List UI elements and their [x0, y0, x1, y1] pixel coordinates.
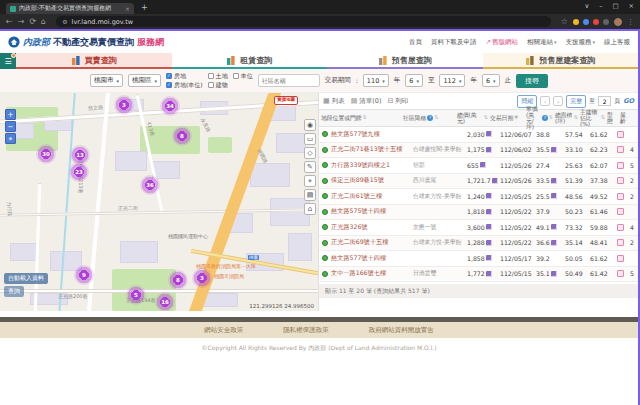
forward-button[interactable]: → — [18, 18, 25, 26]
sort-icon[interactable]: ⇅ — [363, 115, 367, 120]
close-button[interactable]: × — [629, 2, 634, 10]
help-icon[interactable]: ? — [427, 115, 433, 121]
view-list-button[interactable]: ▦列表 — [323, 97, 345, 106]
price-trend-icon[interactable] — [486, 131, 492, 137]
price-trend-icon[interactable] — [480, 162, 486, 168]
sort-icon[interactable]: ⇅ — [549, 115, 553, 120]
nav-item-資料下載及申請[interactable]: 資料下載及申請 — [431, 38, 477, 47]
city-select[interactable]: 桃園市▾ — [90, 74, 123, 87]
price-trend-icon[interactable] — [486, 147, 492, 153]
map-locate-icon[interactable] — [322, 131, 328, 137]
zoom-out-button[interactable]: − — [5, 121, 16, 132]
map-locate-icon[interactable] — [322, 255, 328, 261]
building-type-icon[interactable] — [617, 162, 624, 169]
address-link[interactable]: 正光二街69號十五樓 — [330, 238, 412, 247]
to-month-select[interactable]: 6▾ — [482, 74, 500, 87]
map-locate-icon[interactable] — [322, 178, 328, 184]
map-locate-icon[interactable] — [322, 240, 328, 246]
nav-item-支援服務[interactable]: 支援服務▾ — [565, 38, 595, 47]
price-trend-icon[interactable] — [551, 147, 557, 153]
table-row[interactable]: 慈文路575號十四樓1,818112/05/2237.950.2361.46 — [319, 205, 638, 221]
table-row[interactable]: 力行路339號四樓之1領郡655112/05/2627.425.6362.075 — [319, 158, 638, 174]
back-button[interactable]: ← — [6, 18, 13, 26]
go-button[interactable]: GO — [623, 97, 634, 105]
price-trend-icon[interactable] — [486, 271, 492, 277]
address-link[interactable]: 慈文路577號十四樓 — [330, 254, 412, 263]
price-trend-icon[interactable] — [492, 178, 498, 184]
checkbox-房地(車位)[interactable]: ✓房地(車位) — [166, 81, 203, 89]
extension-icon[interactable] — [583, 19, 589, 25]
nav-item-首頁[interactable]: 首頁 — [409, 38, 422, 47]
cluster-marker[interactable]: 9 — [74, 265, 94, 285]
address-link[interactable]: 慈文路575號十四樓 — [330, 207, 412, 216]
column-header-主建物佔比(%)[interactable]: 主建物佔比(%)⇅ — [579, 109, 606, 127]
map-tool-locate-icon[interactable]: ◉ — [304, 119, 316, 131]
building-type-icon[interactable] — [617, 255, 624, 262]
tab-租賃查詢[interactable]: 租賃查詢 — [172, 53, 328, 69]
address-link[interactable]: 保定三街89巷15號 — [330, 176, 412, 185]
building-type-icon[interactable] — [617, 270, 624, 277]
tab-預售屋查詢[interactable]: 預售屋查詢 — [327, 53, 483, 69]
building-type-icon[interactable] — [617, 193, 624, 200]
building-type-icon[interactable] — [617, 131, 624, 138]
map-canvas[interactable]: + − ⌖ 實價地圖 ◉▭◇✎⌖▤⌂ 自動載入資料 查詢 121.299126 … — [0, 93, 318, 311]
site-info-icon[interactable]: ⚙ — [62, 18, 67, 25]
maximize-button[interactable]: □ — [612, 2, 618, 10]
cluster-marker[interactable]: 30 — [36, 144, 56, 164]
checkbox-box[interactable]: ✓ — [166, 82, 172, 88]
map-locate-icon[interactable] — [322, 147, 328, 153]
price-trend-icon[interactable] — [551, 240, 557, 246]
extension-icon[interactable] — [593, 19, 599, 25]
table-row[interactable]: 文中一路166號七樓日僑雲璽1,772112/05/1535.150.4961.… — [319, 267, 638, 283]
extension-icon[interactable] — [573, 19, 579, 25]
map-locate-icon[interactable] — [322, 209, 328, 215]
address-link[interactable]: 慈文路577號九樓 — [330, 130, 412, 139]
table-row[interactable]: 正光二街71巷13號十五樓合雄慶悅閣-美學館1,175112/06/0235.5… — [319, 143, 638, 159]
zoom-in-button[interactable]: + — [5, 109, 16, 120]
map-locate-icon[interactable] — [322, 224, 328, 230]
price-trend-icon[interactable] — [486, 255, 492, 261]
community-name-input[interactable] — [258, 74, 320, 87]
prev-page-button[interactable]: ‹ — [540, 96, 550, 106]
price-trend-icon[interactable] — [486, 224, 492, 230]
next-page-button[interactable]: › — [553, 96, 563, 106]
checkbox-box[interactable] — [208, 82, 214, 88]
print-button[interactable]: ⊟列印 — [387, 97, 408, 106]
cluster-marker[interactable]: 3 — [114, 95, 134, 115]
browser-menu-icon[interactable]: ⋮ — [627, 18, 634, 26]
table-row[interactable]: 保定三街89巷15號西川鳶尾1,721.7112/05/2633.551.393… — [319, 174, 638, 190]
sort-icon[interactable]: ⇅ — [434, 115, 438, 120]
tab-close-icon[interactable]: × — [125, 5, 130, 12]
footer-link-網站安全政策[interactable]: 網站安全政策 — [204, 326, 243, 335]
map-locate-icon[interactable] — [322, 193, 328, 199]
map-query-button[interactable]: 查詢 — [4, 286, 24, 297]
checkbox-建物[interactable]: 建物 — [208, 81, 228, 89]
price-trend-icon[interactable] — [551, 178, 557, 184]
checkbox-box[interactable]: ✓ — [166, 73, 172, 79]
nav-item-舊版網站[interactable]: ↗舊版網站 — [486, 38, 518, 47]
map-tool-polygon-select-icon[interactable]: ◇ — [304, 147, 316, 159]
sort-icon[interactable]: ⇅ — [484, 115, 488, 120]
building-type-icon[interactable] — [617, 239, 624, 246]
side-menu-button[interactable]: ☰ — [0, 53, 16, 69]
price-trend-icon[interactable] — [551, 224, 557, 230]
nav-item-相關連結[interactable]: 相關連結▾ — [527, 38, 557, 47]
browser-tab[interactable]: 內政部:不動產交易實價查詢服務網 × — [6, 3, 134, 14]
district-select[interactable]: 桃園區▾ — [128, 74, 161, 87]
search-button[interactable]: 搜尋 — [516, 74, 548, 88]
building-type-icon[interactable] — [617, 224, 624, 231]
sort-icon[interactable]: ⇅ — [601, 115, 605, 120]
new-tab-button[interactable]: + — [141, 3, 148, 12]
map-tool-draw-icon[interactable]: ✎ — [304, 161, 316, 173]
bookmark-star-icon[interactable]: ☆ — [561, 18, 568, 26]
sort-desc-icon[interactable]: ▼ — [514, 115, 518, 120]
profile-avatar[interactable] — [614, 18, 622, 26]
cluster-marker[interactable]: 3 — [192, 268, 212, 288]
table-row[interactable]: 正光二街69號十五樓合雄東方悅-美學館1,288112/05/2236.635.… — [319, 236, 638, 252]
reload-button[interactable]: ⟳ — [29, 18, 36, 26]
to-year-select[interactable]: 112▾ — [439, 74, 465, 87]
map-locate-icon[interactable] — [322, 162, 328, 168]
nav-item-線上客服[interactable]: 線上客服 — [604, 38, 630, 47]
table-row[interactable]: 正光二街61號三樓合雄東方悅-美學館1,240112/05/2525.548.5… — [319, 189, 638, 205]
column-header-交易日期[interactable]: 交易日期▼ — [489, 115, 525, 121]
